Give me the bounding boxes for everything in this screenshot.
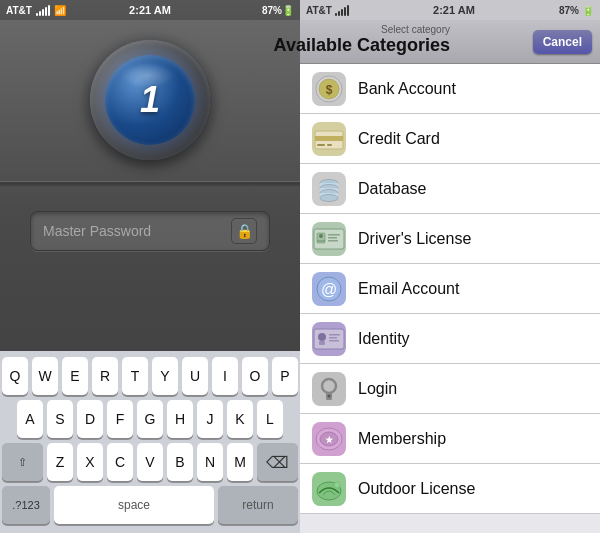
key-x[interactable]: X [77, 443, 103, 481]
left-carrier: AT&T 📶 [6, 4, 66, 16]
svg-rect-18 [328, 234, 340, 236]
key-p[interactable]: P [272, 357, 298, 395]
keyboard-row-2: A S D F G H J K L [2, 400, 298, 438]
key-r[interactable]: R [92, 357, 118, 395]
key-g[interactable]: G [137, 400, 163, 438]
nav-subtitle: Select category [381, 24, 450, 35]
svg-text:$: $ [326, 83, 333, 97]
space-key[interactable]: space [54, 486, 214, 524]
key-o[interactable]: O [242, 357, 268, 395]
svg-rect-28 [329, 340, 339, 342]
key-c[interactable]: C [107, 443, 133, 481]
logo-outer-ring: 1 [90, 40, 210, 160]
svg-rect-4 [315, 136, 343, 141]
keyboard: Q W E R T Y U I O P A S D F G H J K L ⇧ … [0, 351, 300, 533]
key-l[interactable]: L [257, 400, 283, 438]
right-panel: AT&T 2:21 AM 87% 🔋 Select category Avail… [300, 0, 600, 533]
battery-icon-right: 🔋 [582, 5, 594, 16]
carrier-text: AT&T [6, 5, 32, 16]
svg-point-16 [319, 234, 323, 238]
category-label-identity: Identity [358, 330, 410, 348]
battery-left: 87% 🔋 [262, 5, 294, 16]
svg-rect-5 [317, 144, 325, 146]
lock-icon: 🔒 [231, 218, 257, 244]
svg-point-13 [320, 194, 338, 201]
category-icon-membership: ★ [312, 422, 346, 456]
category-item-database[interactable]: Database [300, 164, 600, 214]
svg-point-31 [328, 394, 331, 397]
category-icon-identity [312, 322, 346, 356]
svg-rect-19 [328, 237, 337, 239]
wifi-icon: 📶 [54, 5, 66, 16]
key-f[interactable]: F [107, 400, 133, 438]
return-key[interactable]: return [218, 486, 298, 524]
battery-icon-left: 87% 🔋 [262, 5, 294, 16]
svg-text:★: ★ [325, 435, 334, 445]
key-u[interactable]: U [182, 357, 208, 395]
category-item-login[interactable]: Login [300, 364, 600, 414]
category-icon-email-account: @ [312, 272, 346, 306]
category-icon-database [312, 172, 346, 206]
category-icon-outdoor-license [312, 472, 346, 506]
category-item-bank-account[interactable]: $ Bank Account [300, 64, 600, 114]
key-s[interactable]: S [47, 400, 73, 438]
category-item-credit-card[interactable]: Credit Card [300, 114, 600, 164]
key-k[interactable]: K [227, 400, 253, 438]
status-bar-right: AT&T 2:21 AM 87% 🔋 [300, 0, 600, 20]
category-list: $ Bank Account Credit Card Database Driv… [300, 64, 600, 533]
category-label-credit-card: Credit Card [358, 130, 440, 148]
svg-point-29 [322, 379, 336, 393]
cancel-button[interactable]: Cancel [533, 30, 592, 54]
numbers-key[interactable]: .?123 [2, 486, 50, 524]
keyboard-row-4: .?123 space return [2, 486, 298, 524]
svg-rect-23 [314, 329, 344, 349]
delete-key[interactable]: ⌫ [257, 443, 298, 481]
key-n[interactable]: N [197, 443, 223, 481]
status-bar-left: AT&T 📶 2:21 AM 87% 🔋 [0, 0, 300, 20]
category-label-email-account: Email Account [358, 280, 459, 298]
svg-rect-25 [319, 341, 325, 345]
category-item-identity[interactable]: Identity [300, 314, 600, 364]
category-item-drivers-license[interactable]: Driver's License [300, 214, 600, 264]
key-b[interactable]: B [167, 443, 193, 481]
key-t[interactable]: T [122, 357, 148, 395]
category-icon-login [312, 372, 346, 406]
nav-bar: Select category Available Categories Can… [300, 20, 600, 64]
category-item-membership[interactable]: ★ Membership [300, 414, 600, 464]
right-carrier: AT&T [306, 4, 349, 16]
svg-text:@: @ [321, 281, 337, 298]
key-j[interactable]: J [197, 400, 223, 438]
keyboard-row-3: ⇧ Z X C V B N M ⌫ [2, 443, 298, 481]
key-v[interactable]: V [137, 443, 163, 481]
key-w[interactable]: W [32, 357, 58, 395]
key-e[interactable]: E [62, 357, 88, 395]
key-d[interactable]: D [77, 400, 103, 438]
master-password-field[interactable]: Master Password 🔒 [30, 211, 270, 251]
key-z[interactable]: Z [47, 443, 73, 481]
category-icon-drivers-license [312, 222, 346, 256]
nav-title: Available Categories [274, 35, 450, 56]
key-y[interactable]: Y [152, 357, 178, 395]
battery-right: 87% 🔋 [559, 5, 594, 16]
category-item-outdoor-license[interactable]: Outdoor License [300, 464, 600, 514]
category-label-login: Login [358, 380, 397, 398]
svg-rect-27 [329, 337, 337, 339]
password-placeholder: Master Password [43, 223, 151, 239]
category-icon-credit-card [312, 122, 346, 156]
panel-divider [0, 180, 300, 186]
svg-rect-6 [327, 144, 332, 146]
key-i[interactable]: I [212, 357, 238, 395]
key-a[interactable]: A [17, 400, 43, 438]
svg-point-36 [334, 482, 340, 488]
shift-key[interactable]: ⇧ [2, 443, 43, 481]
password-area[interactable]: Master Password 🔒 [30, 211, 270, 251]
svg-rect-26 [329, 334, 340, 336]
key-q[interactable]: Q [2, 357, 28, 395]
category-item-email-account[interactable]: @ Email Account [300, 264, 600, 314]
key-m[interactable]: M [227, 443, 253, 481]
logo-symbol: 1 [140, 82, 160, 118]
keyboard-row-1: Q W E R T Y U I O P [2, 357, 298, 395]
category-label-drivers-license: Driver's License [358, 230, 471, 248]
category-label-outdoor-license: Outdoor License [358, 480, 475, 498]
key-h[interactable]: H [167, 400, 193, 438]
